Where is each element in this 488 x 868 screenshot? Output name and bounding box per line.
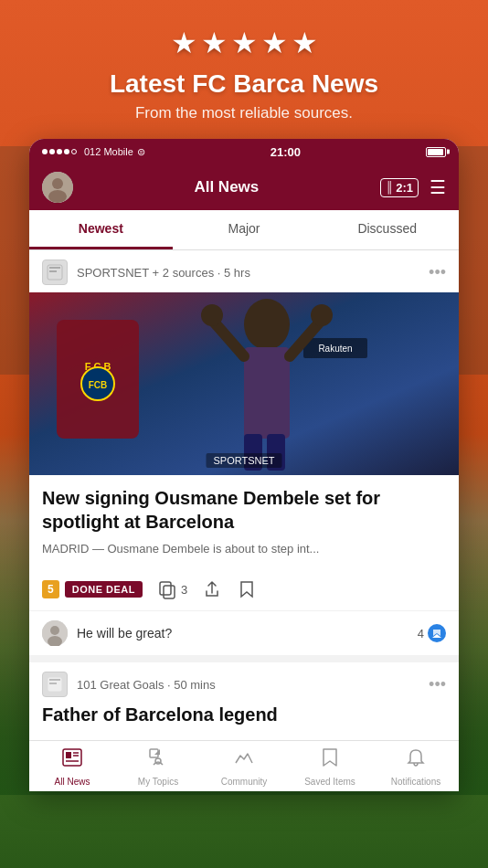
source-text-2: 101 Great Goals · 50 mins (77, 678, 419, 692)
score-icon: ║ (386, 181, 394, 194)
svg-point-18 (311, 304, 333, 326)
score-value: 2:1 (396, 181, 413, 195)
promo-header: ★ ★ ★ ★ ★ Latest FC Barca News From the … (0, 0, 488, 139)
promo-title: Latest FC Barca News (18, 69, 470, 99)
card-1-header: SPORTSNET + 2 sources · 5 hrs ••• (29, 250, 459, 292)
image-credit: SPORTSNET (206, 453, 281, 468)
nav-item-saved[interactable]: Saved Items (287, 741, 373, 791)
bottom-nav: All News My Topics Community (29, 740, 459, 791)
comment-avatar (42, 620, 68, 646)
share-button[interactable] (202, 579, 222, 599)
news-card-2: 101 Great Goals · 50 mins ••• Father of … (29, 662, 459, 736)
copy-count: 3 (181, 583, 187, 597)
tab-discussed[interactable]: Discussed (315, 210, 459, 249)
nav-item-my-topics[interactable]: My Topics (115, 741, 201, 791)
tab-newest[interactable]: Newest (29, 210, 173, 249)
content-area: SPORTSNET + 2 sources · 5 hrs ••• (29, 250, 459, 736)
tag-badge: 5 DONE DEAL (42, 580, 143, 598)
signal-dots (42, 149, 77, 154)
svg-point-1 (52, 178, 63, 189)
signal-dot-4 (64, 149, 69, 154)
svg-rect-22 (160, 582, 171, 595)
bookmark-button[interactable] (237, 579, 257, 599)
score-badge[interactable]: ║ 2:1 (380, 178, 419, 197)
news-icon (61, 746, 83, 774)
comment-number: 4 (418, 627, 424, 640)
article-1-title: New signing Ousmane Dembele set for spot… (42, 486, 446, 534)
nav-item-news[interactable]: All News (29, 741, 115, 791)
nav-item-community[interactable]: Community (201, 741, 287, 791)
svg-point-14 (244, 299, 290, 350)
comment-count: 4 (418, 624, 446, 642)
news-card-1: SPORTSNET + 2 sources · 5 hrs ••• (29, 250, 459, 655)
my-topics-icon (147, 746, 169, 774)
notifications-icon (405, 746, 427, 774)
article-2-title: Father of Barcelona legend (29, 704, 459, 736)
status-time: 21:00 (271, 145, 301, 159)
svg-text:Rakuten: Rakuten (318, 344, 352, 354)
community-label: Community (221, 777, 268, 787)
comment-row[interactable]: He will be great? 4 (29, 610, 459, 655)
star-4: ★ (261, 26, 288, 60)
battery-indicator (426, 147, 446, 157)
source-icon-2 (42, 672, 68, 697)
svg-point-36 (155, 758, 161, 764)
card-1-content: New signing Ousmane Dembele set for spot… (29, 475, 459, 579)
status-left: 012 Mobile ⊜ (42, 146, 145, 158)
svg-point-2 (48, 190, 67, 203)
tag-label: DONE DEAL (65, 581, 143, 598)
svg-rect-4 (49, 267, 60, 269)
svg-text:FCB: FCB (89, 380, 108, 390)
notifications-label: Notifications (391, 777, 440, 787)
source-text-1: SPORTSNET + 2 sources · 5 hrs (77, 266, 419, 280)
saved-items-icon (319, 746, 341, 774)
carrier-text: 012 Mobile (84, 146, 133, 157)
nav-title: All News (73, 178, 380, 196)
card-2-header: 101 Great Goals · 50 mins ••• (29, 662, 459, 704)
stars-row: ★ ★ ★ ★ ★ (18, 26, 470, 60)
status-bar: 012 Mobile ⊜ 21:00 (29, 139, 459, 164)
more-options-1[interactable]: ••• (429, 263, 446, 282)
svg-rect-31 (66, 752, 71, 758)
signal-dot-3 (57, 149, 62, 154)
star-1: ★ (171, 26, 197, 60)
copy-icon (157, 579, 177, 599)
svg-point-25 (50, 626, 59, 635)
svg-point-19 (201, 304, 223, 326)
copy-button[interactable]: 3 (157, 579, 187, 599)
star-3: ★ (231, 26, 258, 60)
phone-mockup: 012 Mobile ⊜ 21:00 All News ║ 2:1 ☰ (29, 139, 459, 791)
card-1-actions: 5 DONE DEAL 3 (29, 579, 459, 610)
svg-rect-29 (49, 683, 57, 684)
menu-icon[interactable]: ☰ (430, 176, 446, 198)
saved-items-label: Saved Items (304, 777, 355, 787)
my-topics-label: My Topics (138, 777, 178, 787)
wifi-icon: ⊜ (137, 146, 145, 158)
bookmark-icon (237, 579, 257, 599)
svg-rect-23 (164, 586, 175, 598)
battery-fill (428, 149, 443, 155)
nav-bar: All News ║ 2:1 ☰ (29, 164, 459, 210)
nav-right-actions: ║ 2:1 ☰ (380, 176, 446, 198)
more-options-2[interactable]: ••• (429, 675, 446, 694)
promo-subtitle: From the most reliable sources. (18, 104, 470, 122)
tab-major[interactable]: Major (173, 210, 316, 249)
tag-number: 5 (42, 580, 59, 598)
article-1-excerpt: MADRID — Ousmane Dembele is about to ste… (42, 541, 446, 557)
svg-rect-5 (49, 270, 57, 272)
signal-dot-2 (49, 149, 55, 154)
user-avatar[interactable] (42, 172, 73, 203)
article-1-image[interactable]: F C B FCB Rakuten (29, 292, 459, 475)
signal-dot-1 (42, 149, 48, 154)
source-icon-1 (42, 259, 68, 285)
star-5: ★ (292, 26, 318, 60)
filter-tabs: Newest Major Discussed (29, 210, 459, 250)
comment-text: He will be great? (77, 626, 408, 640)
svg-rect-28 (49, 679, 60, 681)
news-label: All News (55, 777, 90, 787)
blue-dot (428, 624, 446, 642)
signal-dot-5 (71, 149, 77, 154)
nav-item-notifications[interactable]: Notifications (373, 741, 459, 791)
share-icon (202, 579, 222, 599)
star-2: ★ (201, 26, 228, 60)
